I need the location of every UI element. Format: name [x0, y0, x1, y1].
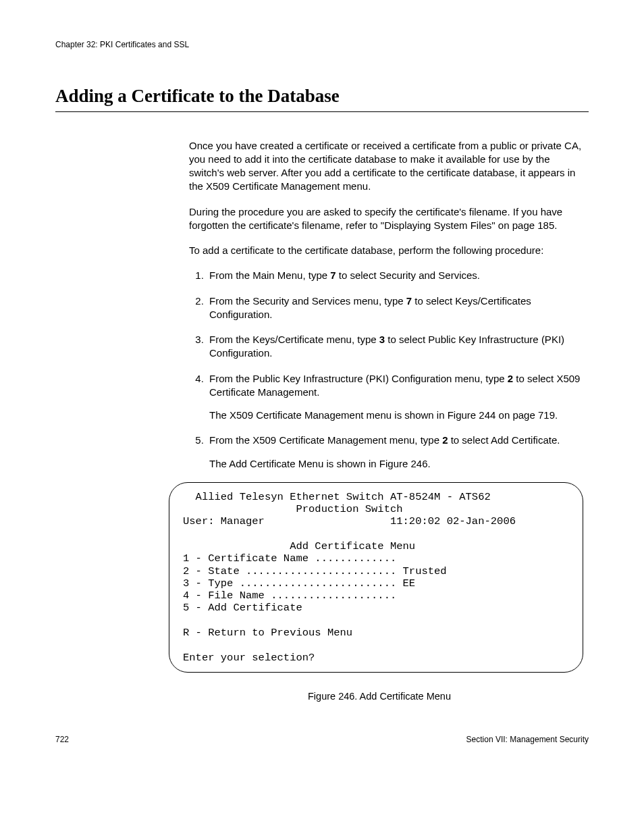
step-item: From the Security and Services menu, typ… [207, 294, 583, 322]
step-key: 7 [406, 295, 412, 307]
step-note: The X509 Certificate Management menu is … [209, 409, 583, 422]
step-text: From the Security and Services menu, typ… [209, 295, 406, 307]
paragraph: To add a certificate to the certificate … [189, 244, 583, 257]
step-key: 3 [379, 334, 385, 345]
step-text: From the Main Menu, type [209, 269, 330, 281]
terminal-line: 2 - State ........................ Trust… [183, 565, 447, 577]
terminal-line: 5 - Add Certificate [183, 602, 302, 614]
terminal-line: R - Return to Previous Menu [183, 627, 352, 639]
terminal-screen: Allied Telesyn Ethernet Switch AT-8524M … [169, 482, 583, 673]
step-item: From the Public Key Infrastructure (PKI)… [207, 372, 583, 423]
page-title: Adding a Certificate to the Database [55, 84, 589, 108]
title-rule [55, 111, 589, 112]
step-item: From the Main Menu, type 7 to select Sec… [207, 269, 583, 282]
step-text: to select Security and Services. [336, 269, 480, 281]
terminal-line: 1 - Certificate Name ............. [183, 552, 396, 565]
body-column: Once you have created a certificate or r… [189, 139, 583, 471]
step-text: From the X509 Certificate Management men… [209, 434, 442, 446]
chapter-header: Chapter 32: PKI Certificates and SSL [55, 39, 589, 50]
figure-caption: Figure 246. Add Certificate Menu [170, 690, 589, 704]
step-item: From the Keys/Certificate menu, type 3 t… [207, 333, 583, 361]
terminal-line: 4 - File Name .................... [183, 590, 396, 602]
terminal-line: Enter your selection? [183, 652, 315, 664]
procedure-list: From the Main Menu, type 7 to select Sec… [189, 269, 583, 471]
terminal-line: 3 - Type ......................... EE [183, 577, 415, 590]
step-text: From the Public Key Infrastructure (PKI)… [209, 373, 508, 384]
step-text: to select Add Certificate. [448, 434, 560, 446]
page-number: 722 [55, 734, 69, 745]
step-key: 2 [508, 373, 513, 384]
step-item: From the X509 Certificate Management men… [207, 434, 583, 471]
page-footer: 722 Section VII: Management Security [55, 734, 589, 745]
paragraph: During the procedure you are asked to sp… [189, 205, 583, 233]
step-key: 7 [330, 269, 336, 281]
step-note: The Add Certificate Menu is shown in Fig… [209, 457, 583, 471]
section-label: Section VII: Management Security [466, 734, 589, 745]
step-text: From the Keys/Certificate menu, type [209, 334, 379, 345]
terminal-line: Production Switch [183, 503, 403, 515]
terminal-line: Allied Telesyn Ethernet Switch AT-8524M … [183, 491, 491, 503]
paragraph: Once you have created a certificate or r… [189, 139, 583, 194]
terminal-line: Add Certificate Menu [183, 540, 415, 552]
step-key: 2 [442, 434, 448, 446]
terminal-line: User: Manager 11:20:02 02-Jan-2006 [183, 515, 516, 527]
